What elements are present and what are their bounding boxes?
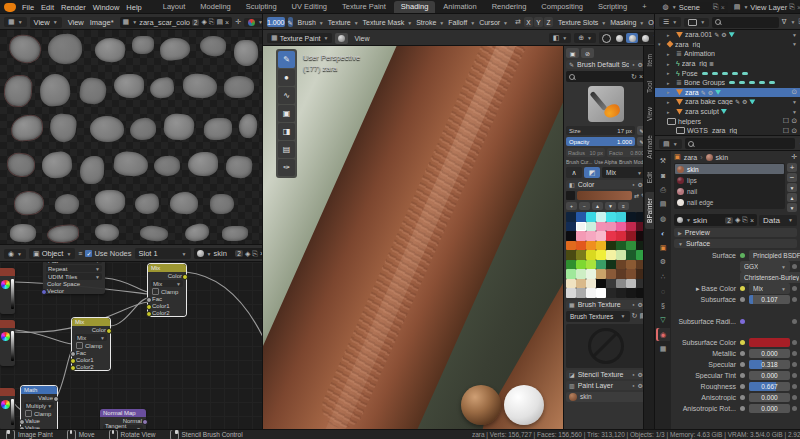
material-datablock[interactable]: ▼ skin 2 ◈ ⎘ ×: [674, 214, 757, 226]
view-layer-selector[interactable]: ▤▼ View Layer ⎘ ×: [731, 2, 800, 13]
secondary-color-swatch[interactable]: [566, 191, 575, 200]
normal-map-node[interactable]: Normal MapNormalTangent Space▼: [100, 409, 146, 430]
add-slot-button[interactable]: +: [787, 163, 797, 172]
animate-dot[interactable]: [792, 340, 797, 345]
brush-size[interactable]: Size17 px✎: [566, 126, 646, 135]
symmetry-y-toggle[interactable]: Y: [534, 17, 543, 27]
brush-textures-dropdown[interactable]: Brush Textures▼: [566, 311, 630, 322]
socket-value[interactable]: [53, 396, 59, 402]
outliner-row-zara-sculpt[interactable]: ▸zara sculpt▼: [655, 107, 800, 117]
visibility-eye-icon[interactable]: ⊙: [791, 127, 797, 135]
value-slider[interactable]: 0.667: [749, 382, 790, 391]
properties-tab-physics[interactable]: ◌: [656, 285, 670, 298]
shader-button[interactable]: Principled BSDF: [749, 250, 800, 261]
palette-color-swatch[interactable]: [566, 269, 576, 279]
outliner-row-animation[interactable]: ▸≣Animation: [655, 49, 800, 59]
palette-color-swatch[interactable]: [586, 231, 596, 241]
palette-color-swatch[interactable]: [576, 241, 586, 251]
palette-color-swatch[interactable]: [576, 212, 586, 222]
paint-menu-cursor[interactable]: Cursor ▼: [477, 18, 510, 27]
tool-smear[interactable]: ∿: [278, 87, 295, 104]
palette-color-swatch[interactable]: [566, 250, 576, 260]
outliner-row-zara-rig[interactable]: ▸ϟzara_rig≣: [655, 59, 800, 69]
color-wheel[interactable]: [1, 332, 10, 341]
palette-color-swatch[interactable]: [606, 288, 616, 298]
material-slot-nail-edge[interactable]: nail edge: [675, 197, 784, 207]
texture-preview-none[interactable]: [566, 324, 646, 368]
view-menu[interactable]: View: [351, 34, 372, 43]
outliner-row-bone-groups[interactable]: ▸≣Bone Groups: [655, 78, 800, 88]
palette-color-swatch[interactable]: [626, 260, 636, 270]
palette-color-swatch[interactable]: [596, 269, 606, 279]
palette-color-swatch[interactable]: [576, 269, 586, 279]
palette-color-swatch[interactable]: [606, 212, 616, 222]
workspace-tab-sculpting[interactable]: Sculpting: [239, 1, 284, 13]
palette-color-swatch[interactable]: [626, 212, 636, 222]
socket-color2[interactable]: [70, 365, 76, 371]
value-slider[interactable]: 0.318: [749, 360, 790, 369]
tool-fill[interactable]: ◨: [278, 123, 295, 140]
node-checkbox[interactable]: Clamp: [21, 410, 57, 417]
fake-user-icon[interactable]: ◈: [735, 216, 740, 224]
palette-color-swatch[interactable]: [566, 231, 576, 241]
palette-color-swatch[interactable]: [606, 222, 616, 232]
blend-mode-dropdown[interactable]: Mix▼: [602, 167, 646, 178]
node-header[interactable]: Normal Map: [100, 409, 146, 417]
sort-palette-button[interactable]: ≡: [618, 202, 629, 210]
material-datablock[interactable]: ▼ skin 2 ◈ ⎘ ×: [194, 248, 267, 259]
expand-arrow-icon[interactable]: ▸: [667, 61, 674, 67]
gear-icon[interactable]: ⚙: [638, 371, 643, 378]
sidebar-tab-view[interactable]: View: [645, 101, 654, 127]
shading-wireframe-button[interactable]: [600, 33, 612, 43]
fake-user-icon[interactable]: ◈: [201, 18, 206, 26]
node-checkbox[interactable]: Clamp: [72, 342, 110, 349]
palette-color-swatch[interactable]: [566, 260, 576, 270]
paint-layer-panel-header[interactable]: ▥Paint Layer●⚙: [566, 381, 646, 390]
outliner-row-zara-bake-cage[interactable]: ▸zara bake cage✎⚙▼: [655, 97, 800, 107]
checkbox[interactable]: [25, 410, 32, 417]
color-wheel[interactable]: [1, 280, 10, 289]
outliner-row-helpers[interactable]: helpers☐⊙: [655, 116, 800, 126]
sidebar-tab-bpainter[interactable]: BPainter: [645, 192, 654, 229]
gizmo-dropdown[interactable]: ⊕▼: [574, 33, 596, 43]
falloff-curve-icon[interactable]: ∧: [566, 167, 582, 178]
properties-tab-render[interactable]: ◙: [656, 169, 670, 182]
paint-menu-texture-mask[interactable]: Texture Mask ▼: [361, 18, 415, 27]
palette-color-swatch[interactable]: [576, 279, 586, 289]
texture-node-partial[interactable]: [0, 388, 15, 430]
unlink-image-icon[interactable]: ×: [225, 19, 229, 26]
animate-dot[interactable]: [792, 319, 797, 324]
texture-node-partial[interactable]: [0, 320, 15, 366]
palette-color-swatch[interactable]: [626, 279, 636, 289]
outliner-search-input[interactable]: [712, 17, 779, 28]
paint-menu-brush[interactable]: Brush ▼: [296, 18, 326, 27]
palette-color-swatch[interactable]: [606, 231, 616, 241]
paint-menu-stroke[interactable]: Stroke ▼: [414, 18, 446, 27]
matcap-sphere-brown[interactable]: [461, 385, 501, 425]
value-slider[interactable]: 0.000: [749, 393, 790, 402]
shading-solid-button[interactable]: [613, 33, 625, 43]
outliner-filter-collection-dropdown[interactable]: ▼: [684, 18, 709, 27]
mix-rgb-node-lower[interactable]: MixColorMix▼ClampFacColor1Color2: [72, 318, 110, 370]
menu-help[interactable]: Help: [123, 2, 144, 13]
brush-panel-header[interactable]: ✎Brush Default Soft●⚙: [566, 60, 646, 69]
brush-radius-slider[interactable]: Radius10 px: [566, 148, 605, 157]
preview-panel-header[interactable]: ▶Preview: [674, 228, 797, 237]
outliner-row-pose[interactable]: ▸ϟPose: [655, 68, 800, 78]
scene-selector[interactable]: ◍▼ Scene ⎘ ×: [660, 2, 728, 13]
panel-menu-texture-slots[interactable]: Texture Slots ▼: [556, 18, 608, 27]
primary-color-swatch[interactable]: [577, 191, 632, 200]
shading-rendered-button[interactable]: [639, 33, 651, 43]
workspace-tab-compositing[interactable]: Compositing: [534, 1, 590, 13]
breadcrumb-object[interactable]: zara: [684, 154, 698, 161]
shader-node-canvas[interactable]: Linear▼Flat▼Repeat▼UDIM Tiles▼Color Spac…: [0, 262, 263, 430]
exclude-checkbox[interactable]: ☐: [783, 127, 789, 135]
socket-vector[interactable]: [41, 289, 47, 295]
chevron-down-icon[interactable]: ▼: [792, 109, 797, 115]
properties-tab-world[interactable]: ◐: [656, 227, 670, 240]
value-slider[interactable]: [11, 331, 14, 361]
animate-dot[interactable]: [792, 395, 797, 400]
palette-color-swatch[interactable]: [596, 260, 606, 270]
tool-draw[interactable]: ✎: [278, 51, 295, 68]
refresh-icon[interactable]: ↻: [631, 73, 637, 81]
